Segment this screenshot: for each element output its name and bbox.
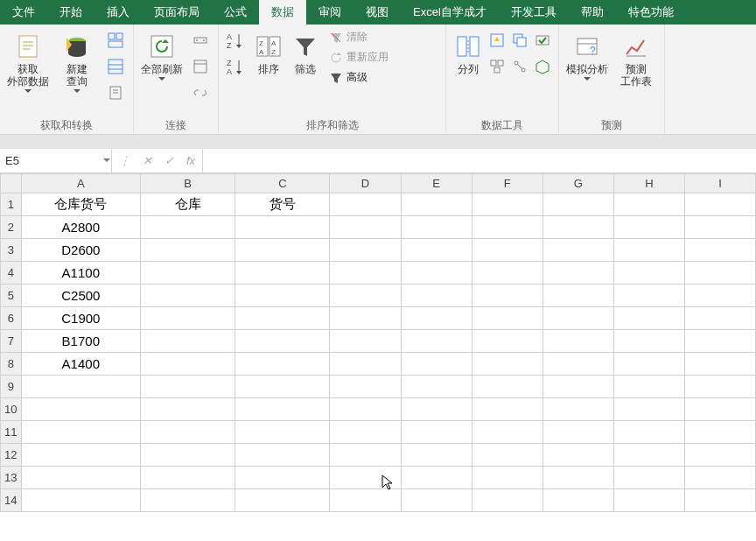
name-box[interactable]: E5 [0, 149, 112, 172]
tab-custom[interactable]: Excel自学成才 [401, 0, 499, 25]
tab-formulas[interactable]: 公式 [212, 0, 259, 25]
cell[interactable] [401, 307, 472, 330]
cell[interactable] [685, 444, 756, 467]
properties-icon[interactable] [190, 56, 211, 77]
formula-input[interactable] [203, 149, 756, 172]
cell[interactable] [613, 444, 684, 467]
cell[interactable] [330, 353, 401, 376]
cancel-icon[interactable]: ✕ [143, 154, 152, 167]
col-header-A[interactable]: A [21, 174, 140, 193]
tab-help[interactable]: 帮助 [569, 0, 616, 25]
cell[interactable] [401, 193, 472, 216]
cell[interactable] [685, 193, 756, 216]
cell[interactable] [140, 467, 234, 489]
clear-filter-button[interactable]: 清除 [326, 28, 392, 46]
cell[interactable] [140, 353, 234, 376]
cell[interactable] [21, 376, 140, 398]
consolidate-icon[interactable] [486, 56, 508, 77]
cell[interactable] [235, 421, 330, 444]
cell[interactable]: 仓库货号 [21, 193, 140, 216]
cell[interactable] [140, 489, 234, 512]
sort-desc-icon[interactable]: ZA [226, 56, 247, 77]
tab-home[interactable]: 开始 [47, 0, 94, 25]
cell[interactable] [542, 467, 613, 489]
cell[interactable]: D2600 [21, 239, 140, 262]
cell[interactable] [685, 421, 756, 444]
cell[interactable] [235, 330, 330, 353]
cell[interactable] [21, 467, 140, 489]
row-header[interactable]: 11 [1, 421, 22, 444]
cell[interactable] [685, 307, 756, 330]
confirm-icon[interactable]: ✓ [164, 154, 174, 167]
refresh-all-button[interactable]: 全部刷新 [137, 28, 186, 88]
cell[interactable] [685, 489, 756, 512]
cell[interactable] [330, 398, 401, 421]
cell[interactable] [613, 285, 684, 307]
cell[interactable] [472, 193, 542, 216]
cell[interactable] [330, 216, 401, 239]
cell[interactable] [613, 193, 684, 216]
cell[interactable] [613, 398, 684, 421]
cell[interactable] [140, 239, 234, 262]
cell[interactable]: A1400 [21, 353, 140, 376]
cell[interactable] [685, 353, 756, 376]
col-header-B[interactable]: B [140, 174, 234, 193]
cell[interactable] [472, 489, 542, 512]
filter-button[interactable]: 筛选 [287, 28, 324, 79]
connections-icon[interactable] [190, 30, 211, 51]
reapply-button[interactable]: 重新应用 [326, 48, 392, 67]
cell[interactable]: A2800 [21, 216, 140, 239]
cell[interactable] [613, 262, 684, 285]
cell[interactable] [472, 421, 542, 444]
cell[interactable] [21, 444, 140, 467]
cell[interactable] [542, 285, 613, 307]
cell[interactable] [235, 216, 330, 239]
cell[interactable] [542, 421, 613, 444]
cell[interactable] [140, 216, 234, 239]
cell[interactable] [542, 239, 613, 262]
cell[interactable] [235, 444, 330, 467]
cell[interactable] [330, 193, 401, 216]
cell[interactable] [613, 216, 684, 239]
sort-asc-icon[interactable]: AZ [226, 30, 247, 51]
row-header[interactable]: 3 [1, 239, 22, 262]
cell[interactable] [472, 239, 542, 262]
cell[interactable] [542, 216, 613, 239]
cell[interactable] [685, 330, 756, 353]
cell[interactable] [542, 330, 613, 353]
cell[interactable] [21, 489, 140, 512]
cell[interactable] [401, 398, 472, 421]
cell[interactable] [140, 330, 234, 353]
cell[interactable] [613, 307, 684, 330]
new-query-button[interactable]: 新建 查询 [52, 28, 102, 100]
cell[interactable] [140, 262, 234, 285]
row-header[interactable]: 10 [1, 398, 22, 421]
cell[interactable] [330, 421, 401, 444]
cell[interactable] [542, 444, 613, 467]
cell[interactable] [472, 467, 542, 489]
cell[interactable] [472, 353, 542, 376]
col-header-C[interactable]: C [235, 174, 330, 193]
cell[interactable] [542, 353, 613, 376]
cell[interactable] [613, 330, 684, 353]
sort-button[interactable]: ZAAZ 排序 [250, 28, 287, 79]
edit-links-icon[interactable] [190, 82, 211, 103]
cell[interactable] [401, 216, 472, 239]
cell[interactable] [542, 489, 613, 512]
cell[interactable] [401, 444, 472, 467]
row-header[interactable]: 12 [1, 444, 22, 467]
remove-duplicates-icon[interactable] [509, 30, 530, 51]
cell[interactable] [542, 398, 613, 421]
row-header[interactable]: 7 [1, 330, 22, 353]
col-header-H[interactable]: H [613, 174, 684, 193]
data-model-icon[interactable] [532, 56, 553, 77]
cell[interactable] [401, 239, 472, 262]
show-queries-icon[interactable] [105, 30, 126, 51]
tab-insert[interactable]: 插入 [94, 0, 142, 25]
cell[interactable] [235, 262, 330, 285]
cell[interactable] [685, 285, 756, 307]
what-if-button[interactable]: ? 模拟分析 [563, 28, 612, 88]
col-header-G[interactable]: G [542, 174, 613, 193]
cell[interactable] [472, 285, 542, 307]
cell[interactable] [235, 307, 330, 330]
